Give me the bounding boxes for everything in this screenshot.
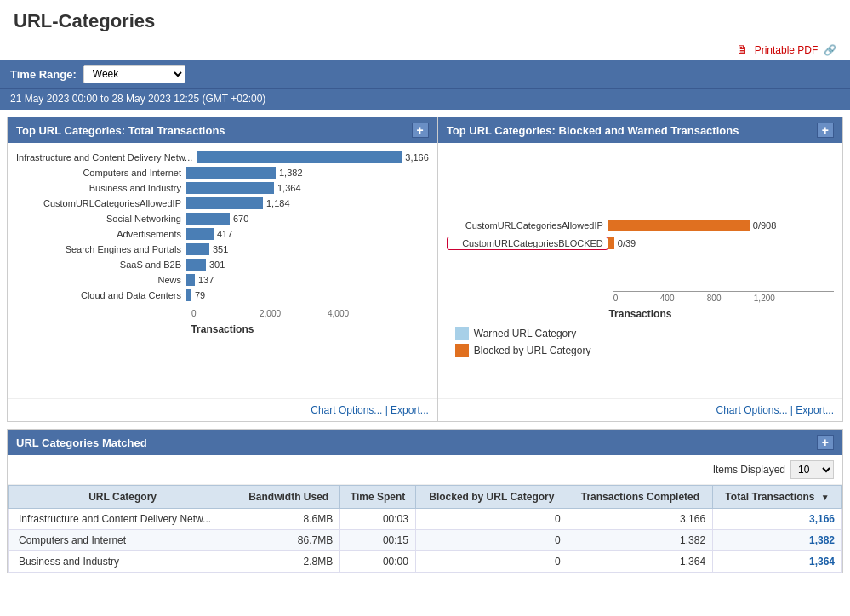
bar-fill xyxy=(186,289,191,301)
table-cell-transactions_completed: 3,166 xyxy=(568,509,712,530)
time-range-label: Time Range: xyxy=(10,68,77,81)
left-chart-body: Infrastructure and Content Delivery Netw… xyxy=(8,143,437,398)
bar-fill xyxy=(186,228,214,240)
bar-label: Cloud and Data Centers xyxy=(16,290,186,300)
left-bar-chart: Infrastructure and Content Delivery Netw… xyxy=(16,151,429,301)
right-chart-title: Top URL Categories: Blocked and Warned T… xyxy=(447,124,739,137)
left-chart-options-link[interactable]: Chart Options... xyxy=(311,404,382,416)
right-bar-value: 0/39 xyxy=(618,238,636,248)
bar-value: 1,184 xyxy=(266,198,290,208)
page-header: URL-Categories xyxy=(0,0,850,39)
table-cell-total_transactions: 1,382 xyxy=(713,530,842,551)
table-title: URL Categories Matched xyxy=(16,436,147,449)
bar-label: Social Networking xyxy=(16,214,186,224)
right-bar-value: 0/908 xyxy=(753,220,777,231)
table-head: URL Category Bandwidth Used Time Spent B… xyxy=(9,486,842,509)
left-chart-footer: Chart Options... | Export... xyxy=(8,398,437,421)
bar-label: Search Engines and Portals xyxy=(16,244,186,254)
right-chart-body: CustomURLCategoriesAllowedIP0/908CustomU… xyxy=(438,143,842,398)
page-title: URL-Categories xyxy=(14,10,836,32)
pdf-icon: 🗎 xyxy=(736,43,748,56)
bar-fill xyxy=(186,274,195,286)
printable-pdf-link[interactable]: Printable PDF xyxy=(755,44,819,56)
table-cell-transactions_completed: 1,364 xyxy=(568,551,712,573)
date-range-text: 21 May 2023 00:00 to 28 May 2023 12:25 (… xyxy=(10,93,265,105)
sort-arrow: ▼ xyxy=(821,493,830,502)
right-bar-container: 0/908 xyxy=(608,220,834,231)
bar-value: 137 xyxy=(198,275,214,285)
right-bar-row: CustomURLCategoriesAllowedIP0/908 xyxy=(447,220,834,231)
table-cell-time_spent: 00:03 xyxy=(340,509,416,530)
left-bar-row: Business and Industry1,364 xyxy=(16,182,429,194)
left-bar-row: SaaS and B2B301 xyxy=(16,259,429,271)
table-controls: Items Displayed 10 25 50 100 xyxy=(8,455,842,485)
right-chart-options-link[interactable]: Chart Options... xyxy=(716,404,787,416)
table-add-button[interactable]: + xyxy=(817,435,834,450)
table-cell-category[interactable]: Infrastructure and Content Delivery Netw… xyxy=(9,509,237,530)
right-bar-fill xyxy=(608,237,614,249)
bar-label: Advertisements xyxy=(16,229,186,239)
left-export-link[interactable]: Export... xyxy=(391,404,429,416)
bar-label: Infrastructure and Content Delivery Netw… xyxy=(16,152,197,163)
bar-fill xyxy=(186,167,276,179)
col-header-total-transactions[interactable]: Total Transactions ▼ xyxy=(713,486,842,509)
table-cell-blocked: 0 xyxy=(415,530,568,551)
right-chart-panel: Top URL Categories: Blocked and Warned T… xyxy=(438,117,842,421)
left-axis-labels: 02,0004,000 xyxy=(191,309,396,318)
table-cell-total_transactions: 3,166 xyxy=(713,509,842,530)
left-bar-row: News137 xyxy=(16,274,429,286)
right-bar-container: 0/39 xyxy=(608,237,834,249)
left-bar-row: Computers and Internet1,382 xyxy=(16,167,429,179)
bar-value: 3,166 xyxy=(405,152,429,163)
bar-value: 1,364 xyxy=(277,183,301,193)
table-cell-category[interactable]: Business and Industry xyxy=(9,551,237,573)
time-range-bar: Time Range: Week Day Month Year xyxy=(0,60,850,88)
table-cell-time_spent: 00:00 xyxy=(340,551,416,573)
right-chart-add-button[interactable]: + xyxy=(817,123,834,138)
url-categories-table-section: URL Categories Matched + Items Displayed… xyxy=(7,429,843,573)
table-body: Infrastructure and Content Delivery Netw… xyxy=(9,509,842,573)
bar-value: 79 xyxy=(195,290,205,300)
items-per-page-select[interactable]: 10 25 50 100 xyxy=(790,460,834,479)
bar-container: 351 xyxy=(186,243,429,255)
left-chart-header: Top URL Categories: Total Transactions + xyxy=(8,117,437,143)
left-chart-add-button[interactable]: + xyxy=(412,123,429,138)
table-row: Computers and Internet86.7MB00:1501,3821… xyxy=(9,530,842,551)
right-axis-tick: 800 xyxy=(707,294,754,303)
axis-tick: 2,000 xyxy=(260,309,328,318)
left-bar-row: Social Networking670 xyxy=(16,213,429,225)
right-axis-tick: 0 xyxy=(613,294,660,303)
table-cell-bandwidth: 86.7MB xyxy=(237,530,340,551)
bar-container: 1,184 xyxy=(186,197,429,209)
date-range-bar: 21 May 2023 00:00 to 28 May 2023 12:25 (… xyxy=(0,88,850,110)
bar-fill xyxy=(186,182,274,194)
table-cell-category[interactable]: Computers and Internet xyxy=(9,530,237,551)
col-header-transactions-completed[interactable]: Transactions Completed xyxy=(568,486,712,509)
table-cell-blocked: 0 xyxy=(415,551,568,573)
left-bar-row: Advertisements417 xyxy=(16,228,429,240)
col-header-category[interactable]: URL Category xyxy=(9,486,237,509)
col-header-blocked[interactable]: Blocked by URL Category xyxy=(415,486,568,509)
bar-fill xyxy=(186,243,209,255)
bar-label: Business and Industry xyxy=(16,183,186,193)
left-bar-row: Search Engines and Portals351 xyxy=(16,243,429,255)
table-cell-bandwidth: 2.8MB xyxy=(237,551,340,573)
left-bar-row: Cloud and Data Centers79 xyxy=(16,289,429,301)
bar-container: 1,364 xyxy=(186,182,429,194)
bar-container: 301 xyxy=(186,259,429,271)
bar-container: 417 xyxy=(186,228,429,240)
col-header-bandwidth[interactable]: Bandwidth Used xyxy=(237,486,340,509)
url-categories-table: URL Category Bandwidth Used Time Spent B… xyxy=(8,485,842,573)
axis-tick: 4,000 xyxy=(328,309,396,318)
left-x-label: Transactions xyxy=(16,323,429,335)
items-displayed-label: Items Displayed xyxy=(713,464,785,476)
time-range-select[interactable]: Week Day Month Year xyxy=(83,65,185,83)
pdf-link-container: 🗎 Printable PDF 🔗 xyxy=(0,39,850,60)
bar-container: 137 xyxy=(186,274,429,286)
right-axis-tick: 400 xyxy=(660,294,707,303)
bar-label: Computers and Internet xyxy=(16,168,186,178)
bar-fill xyxy=(186,259,206,271)
right-export-link[interactable]: Export... xyxy=(796,404,834,416)
bar-container: 1,382 xyxy=(186,167,429,179)
col-header-time-spent[interactable]: Time Spent xyxy=(340,486,416,509)
